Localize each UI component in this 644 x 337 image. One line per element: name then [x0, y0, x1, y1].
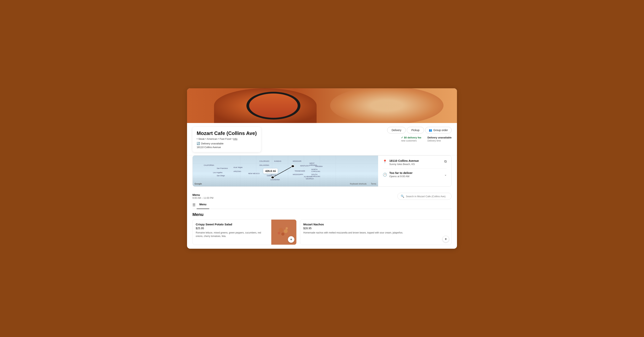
location-details-panel: 📍 18110 Collins Avenue Sunny Isles Beach… [378, 156, 452, 186]
svg-point-1 [291, 165, 294, 167]
group-order-label: Group order [434, 128, 448, 132]
location-city: Sunny Isles Beach, KS [389, 163, 442, 166]
location-divider [383, 168, 447, 168]
pickup-button[interactable]: Pickup [407, 127, 424, 134]
menu-items-grid: Crispy Sweet Potato Salad $25.95 Romaine… [192, 220, 452, 249]
main-card: Mozart Cafe (Collins Ave) • Steak • Amer… [187, 88, 457, 249]
location-address: 18110 Collins Avenue [389, 159, 442, 162]
info-link[interactable]: Info [233, 138, 237, 140]
item-desc-nachos: Homemade nachos with melted mozzarella a… [303, 231, 419, 234]
food-sauce-decoration [249, 94, 298, 118]
keyboard-shortcuts[interactable]: Keyboard shortcuts [350, 183, 366, 185]
address-text-block: 18110 Collins Avenue Sunny Isles Beach, … [389, 159, 442, 166]
time-block: Delivery unavailable Delivery time [428, 136, 452, 142]
delivery-pickup-group: Delivery Pickup 👥 Group order [387, 127, 452, 134]
order-actions: Delivery Pickup 👥 Group order ✓ $0 deliv… [386, 127, 452, 142]
clock-icon: 🕐 [383, 172, 387, 177]
delivery-icon: 🔄 [197, 142, 200, 145]
delivery-status: Delivery unavailable [201, 142, 224, 145]
google-label: Google [194, 182, 202, 185]
svg-point-17 [284, 229, 288, 233]
time-subtitle: Delivery time [428, 140, 441, 142]
menu-label: Menu [192, 193, 214, 196]
svg-point-20 [278, 232, 280, 234]
menu-item-card-nachos: Mozart Nachos $28.95 Homemade nachos wit… [300, 220, 452, 245]
food-right-decoration [330, 88, 444, 123]
group-order-icon: 👥 [429, 128, 432, 132]
menu-item-text-salad: Crispy Sweet Potato Salad $25.95 Romaine… [192, 220, 271, 245]
distance-badge: 426.6 mi [263, 168, 278, 174]
delivery-status-row: 🕐 Too far to deliver Opens at 9:00 AM ⌄ [383, 171, 447, 178]
add-nachos-button[interactable]: + [442, 236, 449, 242]
svg-point-18 [281, 232, 284, 236]
list-icon[interactable]: ☰ [192, 201, 197, 208]
search-bar[interactable]: 🔍 [398, 193, 452, 200]
address-row: 📍 18110 Collins Avenue Sunny Isles Beach… [383, 159, 447, 166]
map-terms[interactable]: Terms [371, 183, 376, 185]
menu-section: Menu 9:00 AM – 11:00 PM 🔍 ☰ Menu Menu Cr… [187, 190, 457, 249]
check-icon: ✓ [401, 136, 403, 139]
fee-text: $0 delivery fee [404, 136, 421, 139]
group-order-button[interactable]: 👥 Group order [425, 127, 452, 134]
menu-title-group: Menu 9:00 AM – 11:00 PM [192, 193, 214, 199]
fee-block: ✓ $0 delivery fee new customers [401, 136, 421, 142]
search-input[interactable] [406, 195, 448, 198]
item-price-nachos: $28.95 [303, 227, 448, 230]
info-section: Mozart Cafe (Collins Ave) • Steak • Amer… [187, 123, 457, 156]
delivery-status-text-block: Too far to deliver Opens at 9:00 AM [389, 171, 442, 178]
delivery-fee-info: ✓ $0 delivery fee new customers Delivery… [401, 136, 452, 142]
menu-header: Menu 9:00 AM – 11:00 PM 🔍 [192, 190, 452, 200]
item-image-salad: + [271, 220, 296, 245]
copy-address-button[interactable]: ⧉ [444, 160, 447, 164]
map-area: CALIFORNIA San Francisco Los Angeles San… [192, 156, 378, 186]
menu-tabs: ☰ Menu [192, 201, 452, 209]
add-salad-button[interactable]: + [288, 236, 294, 243]
menu-item-card-salad: Crispy Sweet Potato Salad $25.95 Romaine… [192, 220, 296, 245]
item-name-nachos: Mozart Nachos [303, 223, 448, 226]
item-name-salad: Crispy Sweet Potato Salad [196, 223, 268, 226]
opens-time: Opens at 9:00 AM [389, 175, 442, 178]
restaurant-name: Mozart Cafe (Collins Ave) [197, 130, 257, 136]
fee-label: ✓ $0 delivery fee [401, 136, 421, 139]
restaurant-tags: • Steak • American • Fast Food • Info [197, 138, 257, 140]
location-pin-icon: 📍 [383, 160, 387, 164]
menu-hours: 9:00 AM – 11:00 PM [192, 197, 214, 199]
menu-content-title: Menu [192, 212, 452, 217]
restaurant-info-card: Mozart Cafe (Collins Ave) • Steak • Amer… [192, 127, 261, 152]
item-price-salad: $25.95 [196, 227, 268, 230]
fee-subtitle: new customers [401, 140, 417, 142]
tab-menu[interactable]: Menu [197, 201, 209, 209]
svg-point-2 [271, 176, 274, 178]
too-far-title: Too far to deliver [389, 171, 442, 174]
map-details-container: CALIFORNIA San Francisco Los Angeles San… [192, 156, 452, 186]
expand-hours-button[interactable]: ⌄ [444, 173, 447, 176]
map-route-svg [192, 156, 378, 186]
restaurant-address: 18110 Collins Avenue [197, 146, 257, 149]
svg-point-19 [286, 227, 288, 230]
delivery-button[interactable]: Delivery [387, 127, 406, 134]
tags-text: • Steak • American • Fast Food • [197, 138, 232, 140]
map-background: CALIFORNIA San Francisco Los Angeles San… [192, 156, 378, 186]
hero-image [187, 88, 457, 123]
delivery-unavailable-row: 🔄 Delivery unavailable [197, 142, 257, 145]
item-desc-salad: Romaine lettuce, mixed greens, green pep… [196, 231, 268, 238]
search-icon: 🔍 [401, 194, 404, 198]
time-label: Delivery unavailable [428, 136, 452, 139]
